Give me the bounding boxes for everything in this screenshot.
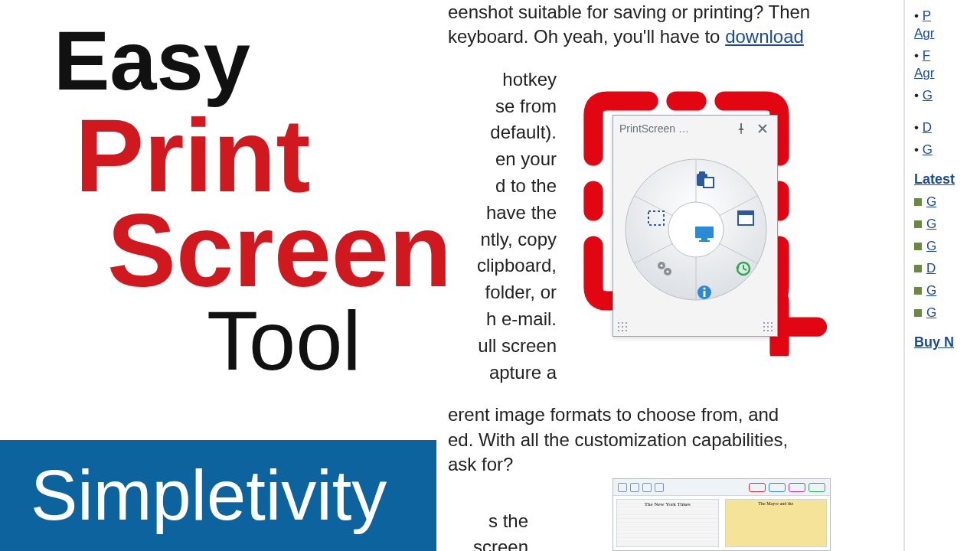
svg-rect-16: [704, 178, 714, 187]
download-link[interactable]: download: [725, 26, 804, 47]
resize-grip-icon[interactable]: [762, 321, 774, 333]
popup-title: PrintScreen …: [619, 122, 689, 135]
sidebar-link[interactable]: G: [926, 283, 936, 298]
title-word-tool: Tool: [207, 298, 421, 383]
editor-thumbnail: The New York Times The Mayor and the: [612, 478, 831, 551]
sidebar-link[interactable]: G: [926, 217, 936, 231]
printscreen-popup[interactable]: PrintScreen …: [612, 115, 778, 337]
sidebar-link[interactable]: Agr: [914, 66, 934, 80]
close-icon[interactable]: [754, 120, 771, 137]
thumbnail-toolbar: [613, 479, 830, 496]
brand-badge: Simpletivity: [0, 440, 436, 551]
svg-rect-20: [695, 227, 714, 238]
sidebar-link[interactable]: Agr: [914, 26, 934, 41]
svg-point-24: [660, 264, 662, 266]
sidebar: P Agr F Agr G D G Latest G G G D G G Buy…: [903, 0, 980, 551]
popup-titlebar[interactable]: PrintScreen …: [613, 116, 777, 142]
svg-rect-15: [699, 171, 705, 175]
sidebar-link[interactable]: D: [926, 261, 936, 276]
sidebar-link[interactable]: G: [923, 142, 933, 157]
sidebar-heading: Buy N: [914, 334, 980, 350]
svg-point-30: [703, 287, 705, 289]
svg-rect-17: [648, 211, 664, 225]
title-word-screen: Screen: [107, 204, 421, 298]
pin-icon[interactable]: [733, 120, 750, 137]
svg-rect-29: [704, 291, 706, 297]
capture-wheel: [613, 142, 779, 325]
svg-rect-21: [701, 238, 707, 240]
thumbnail-title: Easy Print Screen Tool: [54, 11, 421, 383]
title-word-print: Print: [75, 109, 421, 204]
svg-rect-22: [699, 240, 710, 242]
brand-label: Simpletivity: [31, 455, 387, 536]
svg-point-26: [666, 270, 668, 272]
title-word-easy: Easy: [54, 11, 421, 109]
svg-rect-19: [738, 211, 753, 215]
sidebar-link[interactable]: G: [923, 88, 933, 103]
sidebar-link[interactable]: F: [923, 48, 930, 63]
sidebar-link[interactable]: P: [923, 8, 931, 23]
sidebar-link[interactable]: G: [926, 239, 936, 253]
sidebar-heading: Latest: [914, 171, 980, 187]
sidebar-link[interactable]: G: [926, 305, 936, 320]
resize-grip-icon[interactable]: [616, 321, 629, 333]
sidebar-link[interactable]: G: [926, 194, 936, 209]
sidebar-link[interactable]: D: [923, 120, 932, 135]
